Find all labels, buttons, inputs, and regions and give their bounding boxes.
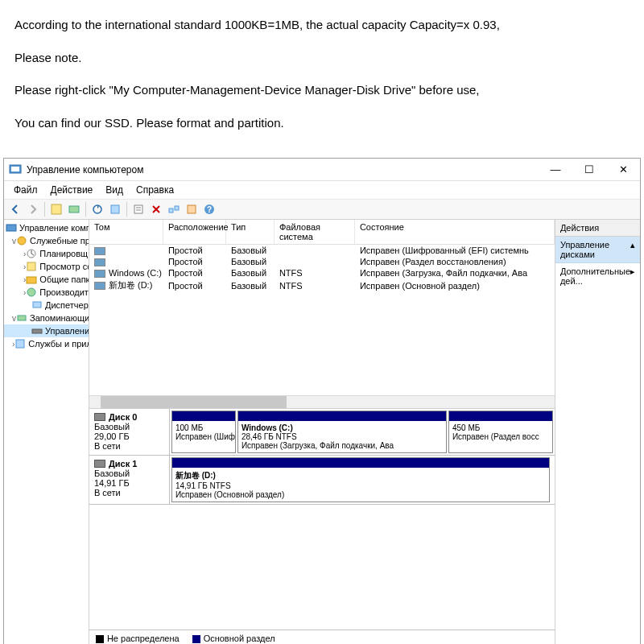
menu-help[interactable]: Справка — [131, 183, 179, 197]
legend-primary: Основной раздел — [204, 634, 275, 643]
menu-action[interactable]: Действие — [46, 183, 98, 197]
tree-storage[interactable]: vЗапоминающие устройст — [4, 312, 89, 324]
menubar: Файл Действие Вид Справка — [4, 181, 640, 200]
tree-devmgr[interactable]: Диспетчер устройств — [4, 299, 89, 312]
svg-rect-6 — [134, 205, 142, 213]
toolbar-icon[interactable] — [48, 201, 64, 217]
disk-header[interactable]: Диск 0Базовый29,00 ГБВ сети — [89, 409, 170, 455]
maximize-button[interactable]: ☐ — [572, 159, 606, 180]
svg-rect-14 — [6, 225, 16, 231]
toolbar-icon[interactable] — [184, 201, 200, 217]
tree-services[interactable]: ›Службы и приложения — [4, 337, 89, 350]
actions-panel: Действия Управление дисками▴ Дополнитель… — [555, 220, 640, 644]
forward-button[interactable] — [25, 201, 41, 217]
svg-rect-20 — [33, 302, 41, 308]
svg-rect-10 — [175, 206, 179, 210]
refresh-icon[interactable] — [89, 201, 105, 217]
horizontal-scrollbar[interactable] — [89, 395, 555, 408]
svg-rect-22 — [32, 329, 42, 333]
intro-line: According to the international standard … — [14, 16, 630, 35]
volume-row[interactable]: ПростойБазовыйИсправен (Шифрованный (EFI… — [89, 245, 555, 256]
svg-rect-5 — [111, 205, 119, 213]
nav-tree: Управление компьютером (л vСлужебные про… — [4, 220, 89, 644]
toolbar: ? — [4, 200, 640, 220]
legend: Не распределена Основной раздел — [89, 630, 555, 644]
svg-point-19 — [27, 288, 35, 296]
partition[interactable]: 新加卷 (D:)14,91 ГБ NTFSИсправен (Основной … — [171, 457, 550, 502]
tree-perf[interactable]: ›Производительность — [4, 286, 89, 299]
disk-icon — [94, 413, 105, 421]
toolbar-icon[interactable] — [107, 201, 123, 217]
properties-icon[interactable] — [130, 201, 147, 217]
disk-row: Диск 1Базовый14,91 ГБВ сети新加卷 (D:)14,91… — [89, 456, 555, 505]
tree-root[interactable]: Управление компьютером (л — [4, 221, 89, 234]
volume-icon — [94, 282, 105, 290]
svg-text:?: ? — [207, 205, 212, 214]
minimize-button[interactable]: — — [539, 159, 572, 180]
col-type[interactable]: Тип — [226, 220, 275, 244]
volume-icon — [94, 270, 105, 278]
actions-header: Действия — [555, 220, 640, 237]
svg-rect-2 — [52, 204, 61, 214]
partition[interactable]: 100 МБИсправен (Шиф — [171, 411, 236, 453]
disk-header[interactable]: Диск 1Базовый14,91 ГБВ сети — [89, 456, 170, 504]
app-window: Управление компьютером — ☐ ✕ Файл Действ… — [3, 158, 641, 644]
intro-line: You can find our SSD. Please format and … — [14, 114, 630, 133]
tree-event[interactable]: ›Просмотр событий — [4, 260, 89, 273]
col-fs[interactable]: Файловая система — [275, 220, 355, 244]
tree-utils[interactable]: vСлужебные программы — [4, 234, 89, 247]
partition[interactable]: 450 МБИсправен (Раздел восс — [448, 411, 553, 453]
tree-shared[interactable]: ›Общие папки — [4, 273, 89, 286]
volume-headers: Том Расположение Тип Файловая система Со… — [89, 220, 555, 245]
col-state[interactable]: Состояние — [355, 220, 555, 244]
disk-row: Диск 0Базовый29,00 ГБВ сети100 МБИсправе… — [89, 409, 555, 456]
volume-icon — [94, 247, 105, 255]
intro-line: Please note. — [14, 49, 630, 68]
menu-file[interactable]: Файл — [9, 183, 43, 197]
tree-diskmgmt[interactable]: Управление дисками — [4, 324, 89, 337]
actions-section[interactable]: Управление дисками▴ — [555, 237, 640, 263]
volume-icon — [94, 258, 105, 266]
delete-icon[interactable] — [148, 201, 164, 217]
volume-list: Том Расположение Тип Файловая система Со… — [89, 220, 555, 409]
svg-rect-18 — [27, 277, 36, 283]
volume-row[interactable]: ПростойБазовыйИсправен (Раздел восстанов… — [89, 256, 555, 267]
tree-task[interactable]: ›Планировщик заданий — [4, 247, 89, 260]
volume-row[interactable]: Windows (C:)ПростойБазовыйNTFSИсправен (… — [89, 267, 555, 279]
actions-more[interactable]: Дополнительные дей...▸ — [555, 263, 640, 289]
svg-rect-23 — [16, 340, 24, 348]
titlebar[interactable]: Управление компьютером — ☐ ✕ — [4, 159, 640, 181]
intro-line: Please right-click "My Computer-Manageme… — [14, 81, 630, 100]
col-loc[interactable]: Расположение — [163, 220, 226, 244]
close-button[interactable]: ✕ — [606, 159, 640, 180]
center-panel: Том Расположение Тип Файловая система Со… — [89, 220, 555, 644]
svg-rect-21 — [18, 316, 26, 320]
legend-unalloc: Не распределена — [107, 634, 180, 643]
partition[interactable]: Windows (C:)28,46 ГБ NTFSИсправен (Загру… — [237, 411, 447, 453]
toolbar-icon[interactable] — [166, 201, 182, 217]
toolbar-icon[interactable] — [66, 201, 82, 217]
intro-text: According to the international standard … — [0, 0, 644, 155]
menu-view[interactable]: Вид — [101, 183, 128, 197]
svg-rect-11 — [188, 205, 196, 213]
svg-rect-1 — [11, 167, 19, 171]
svg-rect-17 — [27, 262, 35, 270]
volume-row[interactable]: 新加卷 (D:)ПростойБазовыйNTFSИсправен (Осно… — [89, 279, 555, 292]
legend-unalloc-icon — [96, 635, 104, 643]
app-icon — [9, 163, 22, 176]
window-title: Управление компьютером — [27, 164, 539, 175]
legend-primary-icon — [192, 635, 200, 643]
disk-graphical: Диск 0Базовый29,00 ГБВ сети100 МБИсправе… — [89, 409, 555, 630]
help-icon[interactable]: ? — [201, 201, 217, 217]
back-button[interactable] — [7, 201, 23, 217]
col-tom[interactable]: Том — [89, 220, 163, 244]
svg-point-15 — [18, 237, 26, 245]
svg-rect-3 — [69, 206, 79, 213]
disk-icon — [94, 460, 105, 468]
svg-rect-9 — [169, 208, 173, 213]
